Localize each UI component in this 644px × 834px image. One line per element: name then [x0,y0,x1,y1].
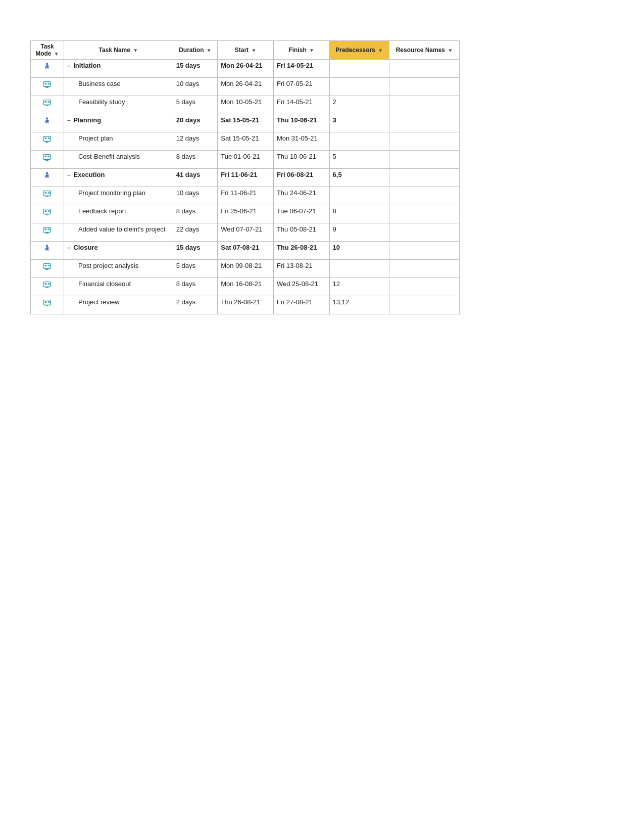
resource-names-cell [389,132,459,151]
predecessors-cell: 3 [329,114,389,132]
svg-rect-37 [45,228,47,230]
task-name-label: Added value to cleint's project [67,225,165,233]
svg-rect-27 [45,192,47,194]
predecessors-cell: 9 [329,223,389,242]
task-name-label: Business case [67,80,121,87]
gantt-table: TaskMode ▼ Task Name ▼ Duration ▼ Start … [30,40,460,314]
finish-cell: Fri 14-05-21 [273,96,329,114]
start-cell: Mon 26-04-21 [218,78,274,96]
resource-names-cell [389,242,459,260]
task-mode-cell [31,296,64,314]
task-name-cell: Project review [64,296,173,314]
start-cell: Tue 01-06-21 [218,151,274,169]
duration-cell: 5 days [173,96,218,114]
col-header-task-mode[interactable]: TaskMode ▼ [31,41,64,60]
sort-icon-resource-names[interactable]: ▼ [448,48,453,53]
task-name-label: Financial closeout [67,280,131,288]
finish-cell: Thu 05-08-21 [273,223,329,242]
predecessors-cell [329,60,389,78]
resource-names-cell [389,205,459,223]
resource-names-cell [389,223,459,242]
task-mode-cell [31,151,64,169]
svg-point-4 [48,83,49,84]
task-name-label: Post project analysis [67,262,138,269]
predecessors-cell: 5 [329,151,389,169]
svg-point-50 [48,283,49,285]
table-row: – Initiation15 daysMon 26-04-21Fri 14-05… [31,60,460,78]
col-label-duration: Duration [179,47,204,54]
finish-cell: Fri 07-05-21 [273,78,329,96]
finish-cell: Thu 26-08-21 [273,242,329,260]
col-header-finish[interactable]: Finish ▼ [273,41,329,60]
duration-cell: 22 days [173,223,218,242]
task-name-cell: Financial closeout [64,278,173,296]
task-name-label: Project plan [67,134,113,142]
task-name-cell: Feedback report [64,205,173,223]
summary-name: Execution [73,171,105,178]
task-mode-cell [31,78,64,96]
sort-icon-start[interactable]: ▼ [251,48,256,53]
svg-point-12 [46,117,48,120]
duration-cell: 15 days [173,60,218,78]
svg-point-9 [48,101,49,103]
col-label-start: Start [235,47,249,54]
table-row: Project plan12 daysSat 15-05-21Mon 31-05… [31,132,460,151]
svg-point-21 [48,156,49,157]
task-name-cell: – Planning [64,114,173,132]
predecessors-cell [329,260,389,278]
svg-rect-8 [45,101,47,103]
svg-rect-32 [45,210,47,212]
duration-cell: 2 days [173,296,218,314]
col-header-start[interactable]: Start ▼ [218,41,274,60]
sort-icon-duration[interactable]: ▼ [207,48,212,53]
svg-point-28 [48,192,49,194]
task-name-cell: Business case [64,78,173,96]
task-mode-cell [31,96,64,114]
duration-cell: 12 days [173,132,218,151]
finish-cell: Wed 25-08-21 [273,278,329,296]
sort-icon-predecessors[interactable]: ▼ [378,48,383,53]
col-header-task-name[interactable]: Task Name ▼ [64,41,173,60]
col-header-duration[interactable]: Duration ▼ [173,41,218,60]
sort-icon-finish[interactable]: ▼ [309,48,314,53]
col-label-finish: Finish [288,47,306,54]
resource-names-cell [389,296,459,314]
summary-name: Planning [73,116,101,124]
table-header-row: TaskMode ▼ Task Name ▼ Duration ▼ Start … [31,41,460,60]
svg-rect-15 [45,137,47,139]
finish-cell: Mon 31-05-21 [273,132,329,151]
svg-point-24 [46,172,48,174]
task-name-cell: – Execution [64,169,173,187]
task-name-cell: – Closure [64,242,173,260]
task-name-cell: – Initiation [64,60,173,78]
start-cell: Mon 26-04-21 [218,60,274,78]
task-name-label: Project monitoring plan [67,189,145,197]
table-row: Cost-Benefit analysis8 daysTue 01-06-21T… [31,151,460,169]
finish-cell: Fri 27-08-21 [273,296,329,314]
summary-name: Closure [73,244,97,251]
duration-cell: 41 days [173,169,218,187]
predecessors-cell [329,78,389,96]
table-row: Financial closeout8 daysMon 16-08-21Wed … [31,278,460,296]
start-cell: Fri 11-06-21 [218,187,274,205]
task-mode-cell [31,278,64,296]
predecessors-cell: 6,5 [329,169,389,187]
resource-names-cell [389,151,459,169]
col-header-resource-names[interactable]: Resource Names ▼ [389,41,459,60]
sort-icon-task-name[interactable]: ▼ [133,48,138,53]
col-header-predecessors[interactable]: Predecessors ▼ [329,41,389,60]
start-cell: Sat 15-05-21 [218,132,274,151]
finish-cell: Fri 06-08-21 [273,169,329,187]
svg-rect-54 [45,301,47,303]
start-cell: Sat 07-08-21 [218,242,274,260]
task-mode-cell [31,242,64,260]
task-mode-cell [31,169,64,187]
sort-icon-task-mode[interactable]: ▼ [54,51,59,57]
svg-rect-20 [45,156,47,157]
finish-cell: Thu 24-06-21 [273,187,329,205]
table-row: Feedback report8 daysFri 25-06-21Tue 06-… [31,205,460,223]
duration-cell: 8 days [173,205,218,223]
predecessors-cell: 12 [329,278,389,296]
start-cell: Sat 15-05-21 [218,114,274,132]
task-mode-cell [31,223,64,242]
